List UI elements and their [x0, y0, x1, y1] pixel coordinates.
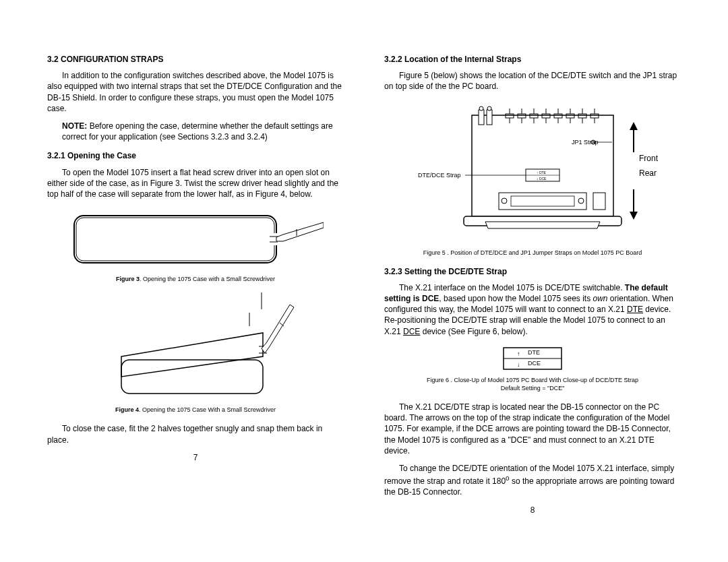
fig4-rest: . Opening the 1075 Case With a Small Scr…: [139, 406, 276, 413]
page-number-left: 7: [47, 452, 344, 463]
page-spread: 3.2 CONFIGURATION STRAPS In addition to …: [0, 0, 728, 529]
right-para2: The X.21 interface on the Model 1075 is …: [384, 282, 681, 337]
fig6-line2: Default Setting = "DCE": [501, 385, 565, 392]
heading-3-2-3: 3.2.3 Setting the DCE/DTE Strap: [384, 266, 681, 277]
note-label: NOTE:: [62, 121, 87, 131]
figure-3-caption: Figure 3. Opening the 1075 Case with a S…: [47, 275, 344, 283]
fig4-bold: Figure 4: [115, 406, 139, 413]
right-para3: The X.21 DCE/DTE strap is located near t…: [384, 402, 681, 456]
rear-label: Rear: [639, 168, 657, 179]
p2i: device (See Figure 6, below).: [420, 327, 527, 336]
p2a: The X.21 interface on the Model 1075 is …: [399, 283, 625, 292]
fig6-labels: DTE DCE: [502, 346, 563, 371]
right-para4: To change the DCE/DTE orientation of the…: [384, 463, 681, 498]
fig6-line1: Figure 6 . Close-Up of Model 1075 PC Boa…: [427, 377, 638, 383]
left-para2: To open the Model 1075 insert a flat hea…: [47, 167, 344, 200]
dtedce-label: DTE/DCE Strap: [418, 171, 461, 179]
left-column: 3.2 CONFIGURATION STRAPS In addition to …: [47, 54, 344, 516]
p2f: DTE: [627, 305, 643, 314]
figure-4-illustration: [94, 292, 297, 400]
strap-dce: DCE: [528, 359, 541, 367]
svg-marker-5: [276, 222, 324, 241]
page-number-right: 8: [384, 505, 681, 516]
svg-marker-7: [121, 333, 263, 377]
p2c: , based upon how the Model 1075 sees its: [439, 294, 593, 303]
right-para1: Figure 5 (below) shows the location of t…: [384, 70, 681, 92]
right-column: 3.2.2 Location of the Internal Straps Fi…: [384, 54, 681, 516]
left-para1: In addition to the configuration switche…: [47, 70, 344, 114]
p2h: DCE: [403, 327, 420, 336]
note-body: Before opening the case, determine wheth…: [62, 121, 333, 142]
fig3-rest: . Opening the 1075 Case with a Small Scr…: [140, 276, 275, 282]
heading-3-2: 3.2 CONFIGURATION STRAPS: [47, 54, 344, 65]
svg-rect-1: [76, 218, 274, 261]
heading-3-2-2: 3.2.2 Location of the Internal Straps: [384, 54, 681, 65]
strap-dte: DTE: [528, 348, 540, 356]
jp1-label: JP1 Strap: [572, 138, 599, 146]
note-block: NOTE: Before opening the case, determine…: [62, 121, 344, 142]
fig5-labels: JP1 Strap DTE/DCE Strap Front Rear: [398, 102, 667, 243]
p2d: own: [593, 294, 608, 303]
svg-rect-8: [121, 360, 263, 394]
fig3-bold: Figure 3: [116, 276, 140, 282]
figure-4-caption: Figure 4. Opening the 1075 Case With a S…: [47, 406, 344, 414]
heading-3-2-1: 3.2.1 Opening the Case: [47, 150, 344, 161]
svg-marker-12: [262, 305, 294, 353]
figure-5-caption: Figure 5 . Position of DTE/DCE and JP1 J…: [384, 249, 681, 257]
figure-3-illustration: [67, 209, 324, 270]
figure-6-caption: Figure 6 . Close-Up of Model 1075 PC Boa…: [384, 376, 681, 392]
svg-rect-0: [74, 216, 276, 263]
left-para3: To close the case, fit the 2 halves toge…: [47, 423, 344, 445]
front-label: Front: [639, 153, 658, 164]
